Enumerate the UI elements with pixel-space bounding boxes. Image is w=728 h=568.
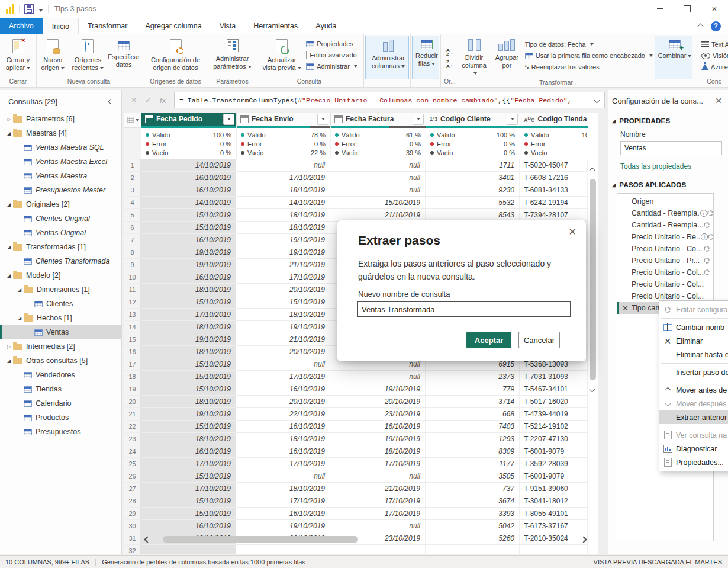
grid-cell[interactable]: 3393 [426,508,520,520]
menu-item-diagnosticar[interactable]: Diagnosticar [659,442,728,455]
maximize-button[interactable] [674,0,701,18]
sidebar-item-ventas[interactable]: Ventas [0,325,121,339]
close-button[interactable]: × [701,0,728,18]
query-settings-close-icon[interactable]: ✕ [715,96,722,105]
step-info-icon[interactable]: i [701,233,708,240]
grid-cell[interactable]: T-6608-17216 [520,172,588,184]
grid-cell[interactable]: null [236,358,330,371]
replace-values-button[interactable]: ¹﻿₂Reemplazar los valores [525,62,653,72]
use-first-row-button[interactable]: Usar la primera fila como encabezado [525,51,653,60]
collapse-icon[interactable]: ◢ [5,131,13,136]
grid-cell[interactable]: 15/10/2019 [141,209,236,222]
menu-item-eliminar-hasta-e[interactable]: Eliminar hasta e [659,348,728,361]
grid-cell[interactable]: T-4739-44019 [520,408,588,421]
step-settings-icon[interactable] [704,258,710,264]
grid-cell[interactable]: 3674 [426,495,520,508]
menu-item-mover-despu-s[interactable]: Mover después [659,397,728,410]
collapse-pane-icon[interactable] [108,99,114,105]
vertical-scroll-thumb[interactable] [590,179,596,380]
grid-cell[interactable]: 20/10/2019 [236,284,330,296]
grid-cell[interactable]: 14/10/2019 [141,159,236,172]
sidebar-item-modelo-2-[interactable]: ◢Modelo [2] [0,268,121,283]
grid-cell[interactable]: 16/10/2019 [141,234,236,246]
vision-button[interactable]: Visión [701,51,728,60]
applied-step-precio-unitario-pr-[interactable]: Precio Unitario - Pr... [617,255,713,267]
grid-cell[interactable]: 15/10/2019 [236,296,330,309]
applied-step-precio-unitario-col-[interactable]: Precio Unitario - Col... [617,267,713,278]
grid-cell[interactable]: 17/10/2019 [141,309,236,321]
grid-cell[interactable]: 7403 [426,421,520,433]
collapse-icon[interactable]: ◢ [5,245,13,250]
grid-cell[interactable]: 16/10/2019 [236,445,330,458]
applied-step-precio-unitario-col-[interactable]: Precio Unitario - Col... [617,278,713,290]
grid-cell[interactable]: 18/10/2019 [236,209,330,222]
grid-cell[interactable]: null [330,159,426,172]
menu-item-eliminar[interactable]: ✕Eliminar [659,334,728,348]
sidebar-item-clientes-original[interactable]: Clientes Original [0,211,121,226]
column-header-fecha-envio[interactable]: Fecha Envio [237,113,331,128]
reduce-rows-button[interactable]: Reducir filas [413,36,441,69]
grid-cell[interactable]: 18/10/2019 [141,346,236,358]
sidebar-item-vendedores[interactable]: Vendedores [0,368,121,382]
tab-herramientas[interactable]: Herramientas [244,18,307,34]
horizontal-scroll-thumb[interactable] [163,536,358,543]
collapse-icon[interactable]: ◢ [5,358,13,364]
column-profile-fecha-pedido[interactable]: Válido100 %Error0 %Vacío0 % [141,128,237,159]
menu-item-propiedades-[interactable]: Propiedades... [659,455,728,469]
sidebar-item-maestras-4-[interactable]: ◢Maestras [4] [0,126,121,140]
grid-cell[interactable]: T-5214-19102 [520,421,588,433]
column-filter-button[interactable] [413,114,424,125]
menu-item-mover-antes-de[interactable]: Mover antes de [659,383,728,397]
step-settings-icon[interactable] [707,210,713,216]
data-source-settings-button[interactable]: Configuración de origen de datos [144,38,208,73]
grid-cell[interactable]: 2373 [426,371,520,383]
sidebar-item-tiendas[interactable]: Tiendas [0,382,121,396]
grid-cell[interactable]: 15/10/2019 [141,495,236,508]
sort-ascending-button[interactable]: AZ↓ [446,48,453,56]
grid-cell[interactable]: 20/10/2019 [236,396,330,408]
grid-cell[interactable]: 17/10/2019 [236,371,330,383]
sidebar-item-ventas-original[interactable]: Ventas Original [0,226,121,240]
column-header-fecha-pedido[interactable]: Fecha Pedido [141,113,237,128]
grid-cell[interactable]: T-3592-28039 [520,458,588,470]
grid-cell[interactable]: 15/10/2019 [141,508,236,520]
formula-expand-icon[interactable] [594,98,600,104]
grid-cell[interactable]: 16/10/2019 [236,383,330,396]
collapse-icon[interactable]: ◢ [5,202,13,207]
tab-archivo[interactable]: Archivo [0,18,43,34]
grid-cell[interactable]: 15/10/2019 [141,383,236,396]
menu-item-insertar-paso-de[interactable]: Insertar paso de [659,365,728,379]
grid-cell[interactable]: null [330,172,426,184]
collapse-icon[interactable]: ◢ [5,273,13,278]
sidebar-item-presupuestos[interactable]: Presupuestos [0,425,121,439]
grid-vertical-scrollbar[interactable] [588,165,598,402]
applied-step-cantidad-reempla-[interactable]: Cantidad - Reempla... [617,219,713,231]
grid-cell[interactable]: 18/10/2019 [141,321,236,333]
query-name-input[interactable]: Ventas [620,141,722,155]
properties-section-header[interactable]: ◢PROPIEDADES [612,117,722,124]
applied-step-precio-unitario-co-[interactable]: Precio Unitario - Co... [617,243,713,255]
grid-cell[interactable]: 19/10/2019 [141,333,236,346]
grid-cell[interactable]: T-3041-18012 [520,495,588,508]
grid-cell[interactable]: 17/10/2019 [141,458,236,470]
grid-cell[interactable]: 17/10/2019 [330,508,426,520]
grid-cell[interactable]: 8309 [426,445,520,458]
collapse-ribbon-icon[interactable] [698,23,704,29]
tab-vista[interactable]: Vista [211,18,245,34]
combine-button[interactable]: + Combinar [655,36,694,61]
close-and-apply-button[interactable]: ×↑ Cerrar y aplicar [0,38,36,73]
menu-item-extraer-anterior[interactable]: Extraer anterior [659,410,728,424]
grid-cell[interactable]: 15/10/2019 [330,197,426,209]
grid-cell[interactable]: T-5467-34101 [520,383,588,396]
grid-cell[interactable]: 19/10/2019 [141,259,236,271]
grid-cell[interactable]: 17/10/2019 [330,458,426,470]
grid-cell[interactable]: 17/10/2019 [236,495,330,508]
grid-cell[interactable]: 16/10/2019 [330,421,426,433]
grid-cell[interactable]: 17/10/2019 [330,495,426,508]
menu-item-ver-consulta-na[interactable]: Ver consulta na [659,428,728,442]
grid-cell[interactable]: 5042 [426,520,520,532]
grid-cell[interactable]: 8543 [426,209,520,222]
menu-item-cambiar-nomb[interactable]: Cambiar nomb [659,320,728,334]
grid-cell[interactable]: 3505 [426,470,520,483]
manage-query-button[interactable]: Administrar [306,62,357,71]
